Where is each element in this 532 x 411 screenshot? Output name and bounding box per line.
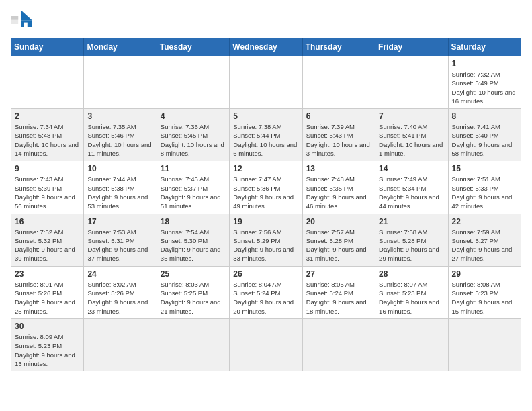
calendar-cell: 5Sunrise: 7:38 AM Sunset: 5:44 PM Daylig… bbox=[230, 109, 302, 161]
day-number: 17 bbox=[87, 217, 152, 226]
calendar-cell: 29Sunrise: 8:08 AM Sunset: 5:23 PM Dayli… bbox=[448, 266, 521, 318]
day-info: Sunrise: 7:35 AM Sunset: 5:46 PM Dayligh… bbox=[87, 122, 152, 158]
day-number: 30 bbox=[15, 322, 80, 331]
day-number: 3 bbox=[87, 111, 152, 121]
calendar-cell bbox=[375, 318, 448, 371]
day-info: Sunrise: 8:01 AM Sunset: 5:26 PM Dayligh… bbox=[15, 280, 80, 316]
day-info: Sunrise: 7:34 AM Sunset: 5:48 PM Dayligh… bbox=[15, 122, 80, 158]
calendar-cell: 15Sunrise: 7:51 AM Sunset: 5:33 PM Dayli… bbox=[448, 161, 521, 214]
day-number: 21 bbox=[379, 217, 444, 226]
day-number: 19 bbox=[233, 217, 298, 226]
calendar-cell: 9Sunrise: 7:43 AM Sunset: 5:39 PM Daylig… bbox=[11, 161, 84, 214]
day-number: 18 bbox=[161, 217, 226, 226]
day-number: 2 bbox=[15, 111, 80, 121]
day-info: Sunrise: 7:32 AM Sunset: 5:49 PM Dayligh… bbox=[452, 70, 517, 105]
col-header-sunday: Sunday bbox=[11, 38, 84, 56]
svg-rect-4 bbox=[24, 23, 28, 27]
calendar-cell: 11Sunrise: 7:45 AM Sunset: 5:37 PM Dayli… bbox=[157, 161, 229, 214]
day-info: Sunrise: 7:54 AM Sunset: 5:30 PM Dayligh… bbox=[161, 228, 226, 263]
day-info: Sunrise: 7:59 AM Sunset: 5:27 PM Dayligh… bbox=[452, 228, 517, 263]
day-number: 28 bbox=[379, 269, 444, 279]
calendar-cell: 4Sunrise: 7:36 AM Sunset: 5:45 PM Daylig… bbox=[157, 109, 229, 161]
page-header bbox=[11, 11, 521, 30]
calendar-cell: 6Sunrise: 7:39 AM Sunset: 5:43 PM Daylig… bbox=[302, 109, 375, 161]
calendar-cell: 25Sunrise: 8:03 AM Sunset: 5:25 PM Dayli… bbox=[157, 266, 229, 318]
calendar-cell: 19Sunrise: 7:56 AM Sunset: 5:29 PM Dayli… bbox=[230, 214, 302, 266]
calendar-cell bbox=[375, 56, 448, 109]
col-header-friday: Friday bbox=[375, 38, 448, 56]
calendar-week-row: 9Sunrise: 7:43 AM Sunset: 5:39 PM Daylig… bbox=[11, 161, 521, 214]
day-number: 13 bbox=[306, 164, 371, 173]
day-info: Sunrise: 7:48 AM Sunset: 5:35 PM Dayligh… bbox=[306, 175, 371, 210]
calendar-cell bbox=[448, 318, 521, 371]
day-number: 23 bbox=[15, 269, 80, 279]
day-info: Sunrise: 7:51 AM Sunset: 5:33 PM Dayligh… bbox=[452, 175, 517, 210]
calendar-cell bbox=[11, 56, 84, 109]
calendar-cell: 10Sunrise: 7:44 AM Sunset: 5:38 PM Dayli… bbox=[84, 161, 157, 214]
calendar-cell: 7Sunrise: 7:40 AM Sunset: 5:41 PM Daylig… bbox=[375, 109, 448, 161]
day-number: 16 bbox=[15, 217, 80, 226]
calendar-cell: 26Sunrise: 8:04 AM Sunset: 5:24 PM Dayli… bbox=[230, 266, 302, 318]
day-number: 20 bbox=[306, 217, 371, 226]
day-number: 5 bbox=[233, 111, 298, 121]
col-header-thursday: Thursday bbox=[302, 38, 375, 56]
calendar: SundayMondayTuesdayWednesdayThursdayFrid… bbox=[11, 38, 521, 371]
day-number: 29 bbox=[452, 269, 517, 279]
day-number: 6 bbox=[306, 111, 371, 121]
day-number: 26 bbox=[233, 269, 298, 279]
calendar-week-row: 30Sunrise: 8:09 AM Sunset: 5:23 PM Dayli… bbox=[11, 318, 521, 371]
day-info: Sunrise: 7:41 AM Sunset: 5:40 PM Dayligh… bbox=[452, 122, 517, 158]
day-info: Sunrise: 7:43 AM Sunset: 5:39 PM Dayligh… bbox=[15, 175, 80, 210]
day-info: Sunrise: 7:39 AM Sunset: 5:43 PM Dayligh… bbox=[306, 122, 371, 158]
calendar-cell: 17Sunrise: 7:53 AM Sunset: 5:31 PM Dayli… bbox=[84, 214, 157, 266]
day-number: 1 bbox=[452, 59, 517, 68]
calendar-cell: 23Sunrise: 8:01 AM Sunset: 5:26 PM Dayli… bbox=[11, 266, 84, 318]
col-header-saturday: Saturday bbox=[448, 38, 521, 56]
day-info: Sunrise: 7:53 AM Sunset: 5:31 PM Dayligh… bbox=[87, 228, 152, 263]
day-number: 15 bbox=[452, 164, 517, 173]
calendar-week-row: 2Sunrise: 7:34 AM Sunset: 5:48 PM Daylig… bbox=[11, 109, 521, 161]
calendar-cell: 16Sunrise: 7:52 AM Sunset: 5:32 PM Dayli… bbox=[11, 214, 84, 266]
calendar-cell bbox=[84, 318, 157, 371]
calendar-cell bbox=[157, 318, 229, 371]
day-info: Sunrise: 8:08 AM Sunset: 5:23 PM Dayligh… bbox=[452, 280, 517, 316]
calendar-header-row: SundayMondayTuesdayWednesdayThursdayFrid… bbox=[11, 38, 521, 56]
day-info: Sunrise: 8:02 AM Sunset: 5:26 PM Dayligh… bbox=[87, 280, 152, 316]
day-number: 4 bbox=[161, 111, 226, 121]
col-header-monday: Monday bbox=[84, 38, 157, 56]
calendar-week-row: 1Sunrise: 7:32 AM Sunset: 5:49 PM Daylig… bbox=[11, 56, 521, 109]
day-info: Sunrise: 7:49 AM Sunset: 5:34 PM Dayligh… bbox=[379, 175, 444, 210]
day-info: Sunrise: 8:03 AM Sunset: 5:25 PM Dayligh… bbox=[161, 280, 226, 316]
day-number: 14 bbox=[379, 164, 444, 173]
calendar-week-row: 23Sunrise: 8:01 AM Sunset: 5:26 PM Dayli… bbox=[11, 266, 521, 318]
calendar-cell: 22Sunrise: 7:59 AM Sunset: 5:27 PM Dayli… bbox=[448, 214, 521, 266]
calendar-cell: 28Sunrise: 8:07 AM Sunset: 5:23 PM Dayli… bbox=[375, 266, 448, 318]
day-number: 27 bbox=[306, 269, 371, 279]
calendar-cell bbox=[84, 56, 157, 109]
calendar-cell: 2Sunrise: 7:34 AM Sunset: 5:48 PM Daylig… bbox=[11, 109, 84, 161]
day-info: Sunrise: 7:44 AM Sunset: 5:38 PM Dayligh… bbox=[87, 175, 152, 210]
svg-marker-2 bbox=[21, 11, 32, 20]
col-header-tuesday: Tuesday bbox=[157, 38, 229, 56]
logo bbox=[11, 11, 35, 30]
calendar-cell: 18Sunrise: 7:54 AM Sunset: 5:30 PM Dayli… bbox=[157, 214, 229, 266]
day-number: 8 bbox=[452, 111, 517, 121]
day-info: Sunrise: 7:36 AM Sunset: 5:45 PM Dayligh… bbox=[161, 122, 226, 158]
day-info: Sunrise: 8:04 AM Sunset: 5:24 PM Dayligh… bbox=[233, 280, 298, 316]
calendar-cell: 8Sunrise: 7:41 AM Sunset: 5:40 PM Daylig… bbox=[448, 109, 521, 161]
day-info: Sunrise: 7:56 AM Sunset: 5:29 PM Dayligh… bbox=[233, 228, 298, 263]
day-info: Sunrise: 8:07 AM Sunset: 5:23 PM Dayligh… bbox=[379, 280, 444, 316]
calendar-cell bbox=[230, 318, 302, 371]
calendar-cell bbox=[302, 318, 375, 371]
day-info: Sunrise: 8:09 AM Sunset: 5:23 PM Dayligh… bbox=[15, 332, 80, 368]
calendar-cell bbox=[230, 56, 302, 109]
calendar-cell: 24Sunrise: 8:02 AM Sunset: 5:26 PM Dayli… bbox=[84, 266, 157, 318]
day-info: Sunrise: 7:47 AM Sunset: 5:36 PM Dayligh… bbox=[233, 175, 298, 210]
calendar-cell: 1Sunrise: 7:32 AM Sunset: 5:49 PM Daylig… bbox=[448, 56, 521, 109]
day-number: 7 bbox=[379, 111, 444, 121]
day-info: Sunrise: 7:52 AM Sunset: 5:32 PM Dayligh… bbox=[15, 228, 80, 263]
calendar-cell bbox=[157, 56, 229, 109]
day-number: 25 bbox=[161, 269, 226, 279]
day-number: 24 bbox=[87, 269, 152, 279]
day-info: Sunrise: 7:45 AM Sunset: 5:37 PM Dayligh… bbox=[161, 175, 226, 210]
